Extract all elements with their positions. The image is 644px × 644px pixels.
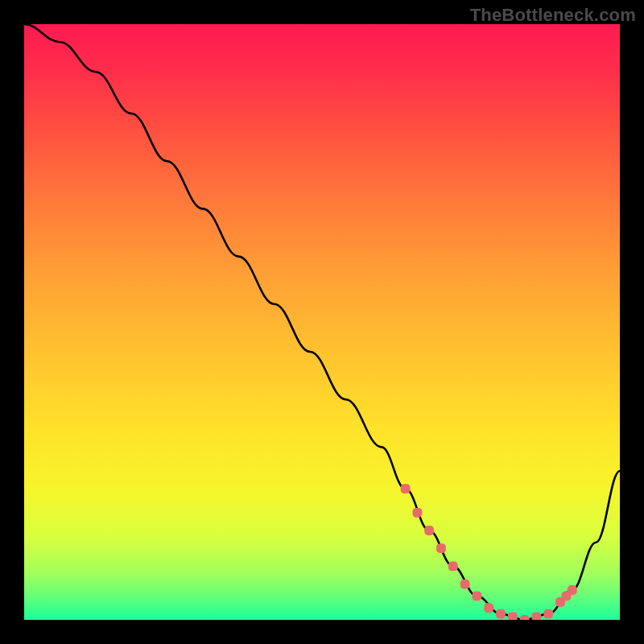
optimal-marker bbox=[568, 585, 577, 595]
optimal-marker bbox=[460, 580, 470, 589]
optimal-marker bbox=[520, 615, 530, 620]
chart-frame: TheBottleneck.com bbox=[0, 0, 644, 644]
optimal-marker bbox=[424, 526, 434, 535]
optimal-marker bbox=[448, 561, 458, 571]
optimal-marker bbox=[543, 609, 553, 619]
optimal-zone-markers bbox=[24, 24, 620, 620]
optimal-marker bbox=[401, 484, 411, 493]
optimal-marker bbox=[472, 591, 481, 601]
optimal-marker bbox=[508, 612, 518, 620]
watermark-text: TheBottleneck.com bbox=[470, 5, 636, 26]
optimal-marker bbox=[436, 543, 446, 553]
optimal-marker bbox=[412, 508, 422, 518]
optimal-marker bbox=[484, 603, 493, 613]
plot-area bbox=[24, 24, 620, 620]
marker-group bbox=[401, 484, 577, 620]
optimal-marker bbox=[531, 612, 541, 620]
optimal-marker bbox=[496, 609, 506, 619]
